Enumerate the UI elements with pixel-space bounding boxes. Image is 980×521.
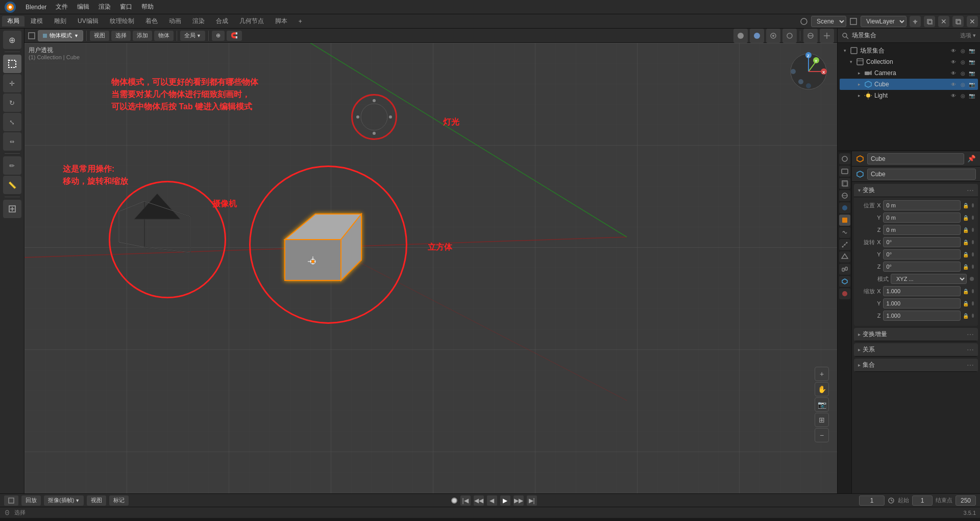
menu-file[interactable]: 文件 [52,2,72,12]
select-menu-btn[interactable]: 选择 [111,31,131,41]
tab-scripting[interactable]: 脚本 [270,16,292,27]
overlay-btn[interactable] [803,29,818,43]
props-render-btn[interactable] [839,153,850,164]
step-back-btn[interactable]: ◀◀ [474,495,484,506]
scene-collection-render[interactable]: 📷 [968,46,976,55]
tab-shading[interactable]: 着色 [140,16,163,27]
delta-transform-header[interactable]: ▸ 变换增量 ⋯ [854,328,978,341]
props-output-btn[interactable] [839,165,850,177]
camera-view-btn[interactable]: 📷 [815,397,829,412]
menu-window[interactable]: 窗口 [116,2,136,12]
loc-z-lock[interactable]: 🔒 [963,226,969,233]
pivot-btn[interactable]: ⊕ [212,31,225,41]
jump-end-btn[interactable]: ▶| [527,495,537,506]
rotate-tool-btn[interactable]: ↻ [3,93,21,112]
cube-visibility[interactable]: 👁 [949,80,958,88]
expand-light[interactable]: ▸ [856,92,862,99]
interpolation-menu[interactable]: 抠像(插帧) ▼ [44,495,84,506]
collections-header[interactable]: ▸ 集合 ⋯ [854,359,978,372]
close-viewlayer-button[interactable]: ✕ [967,16,978,27]
camera-select[interactable]: ◎ [959,69,967,77]
viewport-shading-rendered[interactable] [766,29,780,43]
zoom-out-btn[interactable]: − [815,428,829,442]
add-menu-btn[interactable]: 添加 [133,31,152,41]
props-constraints-btn[interactable] [839,264,850,275]
rot-z-input[interactable] [883,262,961,272]
outliner-item-scene-collection[interactable]: ▾ 场景集合 👁 ◎ 📷 [840,45,978,56]
light-visibility[interactable]: 👁 [949,91,958,100]
loc-y-lock[interactable]: 🔒 [963,214,969,221]
object-menu-btn[interactable]: 物体 [154,31,174,41]
expand-cube[interactable]: ▸ [856,81,862,87]
add-object-tool-btn[interactable] [3,200,21,218]
end-frame-input[interactable] [955,495,976,506]
select-box-tool-btn[interactable] [3,55,21,73]
object-name-input[interactable] [867,153,964,164]
transform-section-header[interactable]: ▾ 变换 ⋯ [854,184,978,197]
props-object-data-btn[interactable] [839,276,850,287]
transform-options-dots[interactable]: ⋯ [967,186,974,195]
tab-uv[interactable]: UV编辑 [72,16,104,27]
outliner-item-light[interactable]: ▸ Light 👁 ◎ 📷 [840,90,978,101]
menu-help[interactable]: 帮助 [137,2,158,12]
scale-z-lock[interactable]: 🔒 [963,312,969,319]
props-world-btn[interactable] [839,202,850,214]
play-forward-btn[interactable]: ▶ [500,495,510,506]
collection-render[interactable]: 📷 [968,58,976,66]
outliner-filter-btn[interactable]: 选项 ▾ [960,32,976,39]
relations-options-dots[interactable]: ⋯ [967,346,974,354]
jump-start-btn[interactable]: |◀ [460,495,471,506]
scene-collection-visibility[interactable]: 👁 [949,46,958,55]
timeline-marker-menu[interactable]: 标记 [109,495,129,506]
rotation-mode-select[interactable]: XYZ ... [891,274,967,284]
props-material-btn[interactable] [839,288,850,299]
add-viewlayer-button[interactable] [952,16,964,27]
viewlayer-dropdown[interactable]: ViewLayer [861,16,906,27]
scene-dropdown[interactable]: Scene [811,16,846,27]
menu-render[interactable]: 渲染 [94,2,115,12]
playback-menu[interactable]: 回放 [21,495,41,506]
play-reverse-btn[interactable]: ◀ [487,495,497,506]
scene-canvas[interactable]: 用户透视 (1) Collection | Cube 物体模式，可以更好的看到都… [24,43,837,493]
start-frame-input[interactable] [912,495,933,506]
menu-blender[interactable]: Blender [21,3,51,12]
cube-select[interactable]: ◎ [959,80,967,88]
expand-scene-collection[interactable]: ▾ [842,48,848,54]
outliner-item-camera[interactable]: ▸ Camera 👁 ◎ 📷 [840,67,978,79]
object-data-name-input[interactable] [867,169,976,180]
annotate-tool-btn[interactable]: ✏ [3,156,21,175]
scale-z-input[interactable] [883,311,961,321]
props-view-layer-btn[interactable] [839,178,850,189]
global-btn[interactable]: 全局 ▼ [180,31,205,41]
tab-modeling[interactable]: 建模 [26,16,48,27]
scale-x-lock[interactable]: 🔒 [963,288,969,295]
zoom-in-btn[interactable]: + [815,367,829,381]
pin-button[interactable] [910,16,921,27]
timeline-dropdown-btn[interactable] [4,495,18,506]
viewport-shading-solid[interactable] [733,29,748,43]
light-render[interactable]: 📷 [968,91,976,100]
props-particles-btn[interactable] [839,239,850,250]
step-forward-btn[interactable]: ▶▶ [513,495,524,506]
menu-edit[interactable]: 编辑 [73,2,93,12]
light-select[interactable]: ◎ [959,91,967,100]
pan-btn[interactable]: ✋ [815,382,829,396]
scale-tool-btn[interactable]: ⤡ [3,113,21,131]
copy-scene-button[interactable] [924,16,935,27]
timeline-view-menu[interactable]: 视图 [87,495,106,506]
cursor-tool-btn[interactable]: ⊕ [3,31,21,49]
navigation-gizmo[interactable]: Y Z X [788,51,829,92]
relations-header[interactable]: ▸ 关系 ⋯ [854,343,978,357]
tab-compositing[interactable]: 合成 [211,16,233,27]
camera-render[interactable]: 📷 [968,69,976,77]
expand-camera[interactable]: ▸ [856,70,862,76]
loc-y-input[interactable] [883,212,961,223]
current-frame-input[interactable] [859,495,885,506]
collection-select[interactable]: ◎ [959,58,967,66]
rot-x-lock[interactable]: 🔒 [963,239,969,246]
rot-y-input[interactable] [883,249,961,259]
camera-visibility[interactable]: 👁 [949,69,958,77]
delta-options-dots[interactable]: ⋯ [967,330,974,339]
collection-visibility[interactable]: 👁 [949,58,958,66]
close-scene-button[interactable]: ✕ [938,16,949,27]
